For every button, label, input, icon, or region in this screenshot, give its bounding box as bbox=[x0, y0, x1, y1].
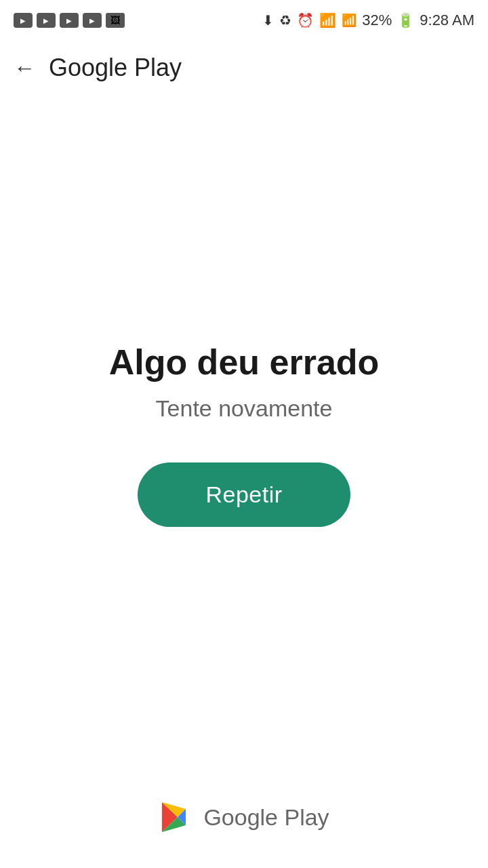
error-subtitle: Tente novamente bbox=[156, 395, 333, 422]
bottom-logo-text: Google Play bbox=[203, 804, 329, 831]
retry-button[interactable]: Repetir bbox=[138, 462, 350, 527]
main-content: Algo deu errado Tente novamente Repetir bbox=[0, 95, 488, 773]
app-bar: ← Google Play bbox=[0, 41, 488, 95]
notification-icons bbox=[14, 13, 125, 28]
wifi-icon: 📶 bbox=[319, 12, 336, 28]
notif-youtube-3 bbox=[60, 13, 79, 28]
bottom-logo: Google Play bbox=[0, 800, 488, 834]
google-play-logo-icon bbox=[159, 800, 192, 834]
status-bar-right: ⬇ ♻ ⏰ 📶 📶 32% 🔋 9:28 AM bbox=[262, 12, 474, 29]
status-recycle-icon: ♻ bbox=[279, 12, 291, 28]
status-bar: ⬇ ♻ ⏰ 📶 📶 32% 🔋 9:28 AM bbox=[0, 0, 488, 41]
notif-image bbox=[106, 13, 125, 28]
notif-youtube-1 bbox=[14, 13, 33, 28]
notif-youtube-2 bbox=[37, 13, 56, 28]
notif-youtube-4 bbox=[83, 13, 102, 28]
status-download-icon: ⬇ bbox=[262, 12, 274, 28]
signal-icon: 📶 bbox=[342, 13, 357, 28]
error-title: Algo deu errado bbox=[109, 341, 380, 383]
page-title: Google Play bbox=[49, 54, 182, 82]
battery-icon: 🔋 bbox=[397, 12, 414, 28]
status-alarm-icon: ⏰ bbox=[297, 12, 314, 28]
back-button[interactable]: ← bbox=[14, 56, 35, 81]
battery-percentage: 32% bbox=[362, 12, 392, 29]
time-display: 9:28 AM bbox=[420, 12, 474, 29]
